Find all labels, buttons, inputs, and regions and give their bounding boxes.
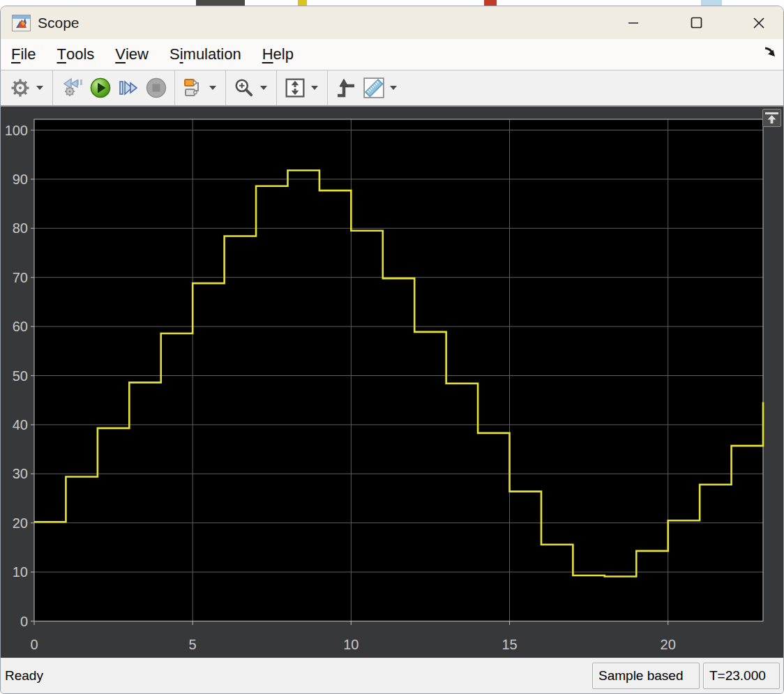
close-icon (753, 17, 765, 29)
toolbar-separator (276, 70, 277, 105)
minimize-icon (628, 17, 639, 29)
chevron-down-icon (36, 86, 43, 90)
x-tick-label: 20 (661, 637, 676, 652)
y-tick-label: 80 (13, 220, 28, 236)
y-tick-label: 90 (13, 172, 28, 187)
blocks-icon (182, 77, 204, 98)
measurements-button[interactable] (360, 73, 388, 103)
x-tick-label: 5 (189, 637, 197, 652)
chevron-down-icon (390, 86, 397, 90)
stop-button[interactable] (142, 73, 170, 103)
menu-view[interactable]: View (105, 39, 159, 70)
step-forward-icon (117, 78, 140, 98)
matlab-scope-icon (12, 15, 31, 31)
y-tick-label: 20 (13, 515, 28, 531)
minimize-button[interactable] (617, 9, 649, 37)
menu-file[interactable]: File (1, 39, 46, 70)
scope-plot: 010203040506070809010005101520 (1, 107, 783, 660)
status-message: Ready (5, 668, 592, 684)
toolbar (1, 70, 783, 107)
toolbar-separator (52, 70, 53, 105)
axes-background (34, 119, 763, 621)
y-tick-label: 30 (13, 466, 28, 481)
magnifier-icon (234, 77, 255, 98)
measurements-dropdown[interactable] (388, 73, 399, 103)
expand-toolbar-button[interactable] (762, 109, 781, 127)
dock-arrow-icon (762, 43, 778, 60)
zoom-dropdown[interactable] (258, 73, 269, 103)
zoom-button[interactable] (230, 73, 258, 103)
menubar: File Tools View Simulation Help (1, 39, 783, 70)
dock-scope-button[interactable] (761, 43, 779, 61)
close-button[interactable] (743, 9, 775, 37)
maximize-button[interactable] (680, 9, 712, 37)
menu-help[interactable]: Help (252, 39, 304, 70)
chevron-down-icon (311, 86, 318, 90)
x-tick-label: 15 (502, 637, 517, 652)
x-tick-label: 0 (30, 637, 38, 652)
fit-to-view-dropdown[interactable] (309, 73, 320, 103)
plot-area[interactable]: 010203040506070809010005101520 (1, 107, 783, 660)
menu-tools[interactable]: Tools (46, 39, 105, 70)
step-back-icon (60, 77, 84, 98)
ruler-icon (363, 77, 385, 99)
chevron-down-icon (260, 86, 267, 90)
y-tick-label: 60 (13, 319, 28, 334)
settings-dropdown[interactable] (34, 73, 45, 103)
play-icon (89, 77, 112, 99)
menu-simulation[interactable]: Simulation (159, 39, 252, 70)
window-title: Scope (38, 15, 80, 31)
y-tick-label: 40 (13, 417, 28, 432)
statusbar: Ready Sample based T=23.000 (1, 658, 783, 693)
step-back-button[interactable] (57, 73, 86, 103)
titlebar[interactable]: Scope (1, 6, 783, 39)
step-forward-button[interactable] (114, 73, 142, 103)
highlight-block-dropdown[interactable] (207, 73, 218, 103)
stop-icon (145, 77, 167, 99)
trigger-button[interactable] (332, 73, 360, 103)
expand-up-icon (764, 112, 779, 124)
sim-time-panel: T=23.000 (703, 663, 780, 689)
y-tick-label: 70 (13, 270, 28, 285)
x-tick-label: 10 (343, 637, 359, 652)
sample-mode-panel: Sample based (592, 663, 700, 689)
highlight-block-button[interactable] (179, 73, 207, 103)
chevron-down-icon (209, 86, 216, 90)
trigger-icon (335, 77, 357, 98)
run-button[interactable] (86, 73, 114, 103)
y-tick-label: 0 (20, 614, 28, 629)
scope-window: Scope File Tools View Si (0, 6, 784, 694)
fit-view-icon (285, 77, 306, 98)
gear-icon (10, 77, 31, 98)
settings-button[interactable] (6, 73, 34, 103)
y-tick-label: 50 (13, 368, 28, 384)
fit-to-view-button[interactable] (281, 73, 309, 103)
y-tick-label: 100 (5, 123, 28, 138)
toolbar-separator (225, 70, 226, 105)
y-tick-label: 10 (13, 564, 28, 580)
toolbar-separator (327, 70, 328, 105)
toolbar-separator (174, 70, 175, 105)
maximize-icon (691, 17, 702, 29)
